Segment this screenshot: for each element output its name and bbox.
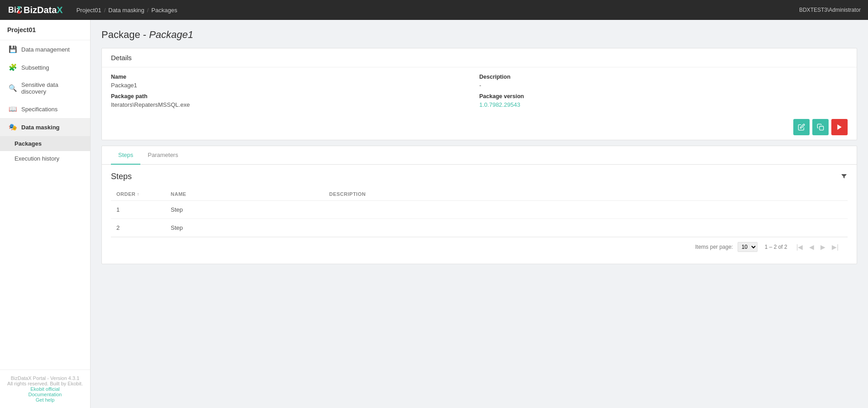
- items-per-page-select[interactable]: 10 25 50: [738, 242, 758, 252]
- filter-icon[interactable]: [840, 172, 848, 181]
- sidebar-item-label: Data masking: [21, 124, 60, 131]
- col-header-description: DESCRIPTION: [324, 188, 848, 201]
- sidebar-item-sensitive-data-discovery[interactable]: 🔍 Sensitive data discovery: [0, 76, 90, 100]
- sidebar-sub-item-label: Execution history: [14, 155, 59, 162]
- cell-description: [324, 219, 848, 237]
- documentation-link[interactable]: Documentation: [7, 392, 83, 397]
- page-title: Package - Package1: [101, 29, 857, 41]
- detail-label-name: Name: [111, 74, 480, 80]
- sidebar-item-label: Subsetting: [21, 64, 49, 71]
- detail-value-name: Package1: [111, 82, 480, 89]
- details-grid: Name Package1 Description - Package path…: [102, 67, 857, 114]
- detail-description: Description -: [480, 74, 848, 89]
- table-row[interactable]: 1 Step: [111, 201, 848, 219]
- detail-label-description: Description: [480, 74, 848, 80]
- action-buttons: [102, 114, 857, 140]
- items-per-page-label: Items per page:: [695, 244, 733, 250]
- logo[interactable]: Biz X BizDataX: [7, 3, 63, 17]
- page-last-button[interactable]: ▶|: [830, 242, 840, 251]
- sidebar-item-data-management[interactable]: 💾 Data management: [0, 40, 90, 58]
- sidebar: Project01 💾 Data management 🧩 Subsetting…: [0, 20, 91, 408]
- steps-title: Steps: [111, 172, 848, 181]
- sidebar-sub-item-label: Packages: [14, 140, 42, 147]
- sidebar-item-packages[interactable]: Packages: [0, 136, 90, 151]
- breadcrumb-sep-2: /: [147, 7, 149, 14]
- main-content: Package - Package1 Details Name Package1…: [91, 20, 868, 408]
- copy-button[interactable]: [812, 119, 829, 135]
- rights-text: All rights reserved. Built by Ekobit.: [7, 381, 83, 386]
- sidebar-item-data-masking[interactable]: 🎭 Data masking: [0, 118, 90, 136]
- version-text: BizDataX Portal - Version 4.3.1: [7, 375, 83, 381]
- edit-button[interactable]: [793, 119, 810, 135]
- tab-steps[interactable]: Steps: [111, 146, 140, 165]
- top-navigation: Biz X BizDataX Project01 / Data masking …: [0, 0, 868, 20]
- sidebar-item-label: Data management: [21, 46, 70, 53]
- pagination-range: 1 – 2 of 2: [765, 244, 787, 250]
- col-header-order[interactable]: ORDER: [111, 188, 165, 201]
- ekobit-official-link[interactable]: Ekobit official: [7, 386, 83, 392]
- tabs-header: Steps Parameters: [102, 146, 857, 165]
- detail-package-version: Package version 1.0.7982.29543: [480, 93, 848, 108]
- steps-heading: Steps: [111, 172, 132, 181]
- details-header: Details: [102, 48, 857, 67]
- cell-description: [324, 201, 848, 219]
- col-header-name: NAME: [165, 188, 324, 201]
- detail-package-path: Package path Iterators\RepatersMSSQL.exe: [111, 93, 480, 108]
- page-prev-button[interactable]: ◀: [807, 242, 816, 251]
- breadcrumb-data-masking[interactable]: Data masking: [108, 7, 144, 14]
- sidebar-item-execution-history[interactable]: Execution history: [0, 151, 90, 166]
- data-management-icon: 💾: [9, 45, 17, 53]
- cell-order: 1: [111, 201, 165, 219]
- sidebar-footer: BizDataX Portal - Version 4.3.1 All righ…: [0, 370, 90, 408]
- page-title-prefix: Package -: [101, 29, 149, 40]
- table-body: 1 Step 2 Step: [111, 201, 848, 237]
- user-info: BDXTEST3\Administrator: [799, 7, 861, 13]
- subsetting-icon: 🧩: [9, 63, 17, 71]
- specifications-icon: 📖: [9, 105, 17, 113]
- breadcrumb-packages: Packages: [151, 7, 177, 14]
- cell-name: Step: [165, 201, 324, 219]
- page-title-name: Package1: [149, 29, 193, 40]
- breadcrumb-project[interactable]: Project01: [77, 7, 101, 14]
- sidebar-item-label: Sensitive data discovery: [21, 81, 83, 95]
- details-card: Details Name Package1 Description - Pack…: [101, 48, 857, 140]
- detail-name: Name Package1: [111, 74, 480, 89]
- logo-text: BizDataX: [24, 5, 63, 15]
- cell-name: Step: [165, 219, 324, 237]
- run-button[interactable]: [831, 119, 848, 135]
- data-masking-icon: 🎭: [9, 123, 17, 131]
- sidebar-project-label: Project01: [0, 20, 90, 40]
- sidebar-item-specifications[interactable]: 📖 Specifications: [0, 100, 90, 118]
- svg-rect-5: [820, 126, 824, 130]
- detail-label-package-path: Package path: [111, 93, 480, 100]
- detail-value-description: -: [480, 82, 848, 89]
- page-first-button[interactable]: |◀: [795, 242, 805, 251]
- svg-marker-6: [837, 124, 841, 130]
- table-row[interactable]: 2 Step: [111, 219, 848, 237]
- pagination: Items per page: 10 25 50 1 – 2 of 2 |◀ ◀…: [111, 237, 848, 256]
- detail-label-package-version: Package version: [480, 93, 848, 100]
- tabs-card: Steps Parameters Steps ORDER: [101, 146, 857, 264]
- detail-value-package-path: Iterators\RepatersMSSQL.exe: [111, 101, 480, 108]
- steps-table: ORDER NAME DESCRIPTION 1 Step 2: [111, 188, 848, 237]
- sidebar-item-subsetting[interactable]: 🧩 Subsetting: [0, 58, 90, 76]
- tab-parameters[interactable]: Parameters: [140, 146, 185, 165]
- sensitive-data-icon: 🔍: [9, 84, 17, 92]
- sidebar-item-label: Specifications: [21, 106, 58, 113]
- get-help-link[interactable]: Get help: [7, 397, 83, 403]
- cell-order: 2: [111, 219, 165, 237]
- steps-section: Steps ORDER NAME DESCRIPTION: [102, 165, 857, 264]
- breadcrumb-sep-1: /: [104, 7, 106, 14]
- page-next-button[interactable]: ▶: [819, 242, 827, 251]
- detail-value-package-version: 1.0.7982.29543: [480, 101, 848, 108]
- breadcrumb: Project01 / Data masking / Packages: [77, 7, 177, 14]
- table-header: ORDER NAME DESCRIPTION: [111, 188, 848, 201]
